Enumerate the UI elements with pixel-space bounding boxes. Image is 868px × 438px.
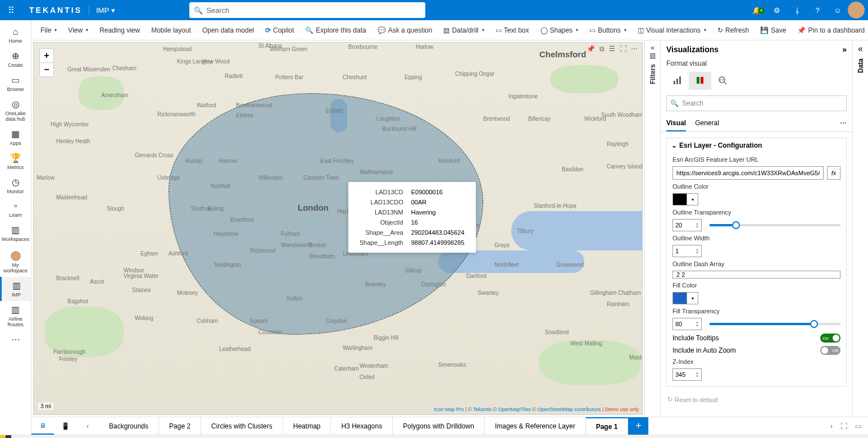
autozoom-toggle[interactable]: Off [820,346,840,355]
ribbon-save[interactable]: 💾Save [756,24,790,36]
ribbon-reading-view[interactable]: Reading view [95,24,144,36]
ribbon-text-box[interactable]: ▭Text box [491,24,534,36]
ribbon-explore[interactable]: 🔍Explore this data [301,24,370,36]
desktop-layout-icon[interactable]: 🖥 [31,417,54,435]
page-tab[interactable]: Heatmap [283,417,331,435]
user-avatar[interactable] [848,2,865,19]
nav-metrics[interactable]: 🏆Metrics [0,149,31,174]
nav-more[interactable]: ⋯ [0,331,31,348]
ribbon-data-drill[interactable]: ▤Data/drill [439,24,488,36]
collapse-icon[interactable]: » [842,45,847,54]
svg-rect-4 [701,77,703,84]
reset-to-default[interactable]: Reset to default [661,393,852,407]
section-header[interactable]: ⌄Esri Layer - Configuration [667,138,846,153]
attribution-omt[interactable]: OpenMapTiles [498,407,531,412]
page-tab[interactable]: Page 1 [586,417,629,435]
ribbon-open-data-model[interactable]: Open data model [198,24,258,36]
tab-general[interactable]: General [695,116,719,131]
page-tab[interactable]: H3 Hexagons [331,417,393,435]
attribution-osm[interactable]: OpenStreetMap contributors [538,407,601,412]
fill-color-swatch[interactable]: ▾ [672,292,698,304]
add-page-button[interactable]: + [628,417,648,435]
global-search[interactable]: 🔍 Search [189,2,425,18]
notifications-icon[interactable]: 🔔4 [747,6,767,15]
attribution-tekantis[interactable]: Tekantis [473,407,492,412]
nav-learn[interactable]: ▫Learn [0,198,31,221]
ribbon-copilot[interactable]: ⟳Copilot [261,24,298,36]
nav-IMP-report[interactable]: ▥IMP [0,277,31,301]
mobile-layout-icon[interactable]: 📱 [54,417,76,435]
ribbon-refresh[interactable]: ↻Refresh [713,24,753,36]
outline-transparency-slider[interactable] [710,224,840,226]
ribbon-file[interactable]: File [36,24,61,36]
nav-workspaces[interactable]: ▥Workspaces [0,221,31,245]
feedback-icon[interactable]: ☺ [828,6,848,15]
ribbon-pin[interactable]: 📌Pin to a dashboard [793,24,868,36]
outline-color-swatch[interactable]: ▾ [672,193,698,206]
full-screen-icon[interactable]: ▭ [855,422,861,430]
url-input[interactable] [672,166,824,180]
zoom-out-button[interactable]: − [40,63,53,76]
attribution-iconmap[interactable]: Icon Map Pro [434,407,464,412]
ribbon-buttons[interactable]: ▭Buttons [585,24,631,36]
chevron-down-icon[interactable]: ▾ [687,194,698,205]
zindex-input[interactable]: 345▲▼ [672,368,702,381]
format-search[interactable]: 🔍 Search [666,95,847,111]
nav-home[interactable]: ⌂Home [0,24,31,47]
build-visual-icon[interactable] [666,72,689,90]
settings-icon[interactable]: ⚙ [767,6,787,15]
tooltips-toggle[interactable]: On [820,334,840,343]
outline-transparency-input[interactable]: 20▲▼ [672,219,702,231]
filter-visual-icon[interactable]: ☰ [609,45,615,53]
chevron-down-icon[interactable]: ▾ [687,293,698,304]
app-launcher-icon[interactable]: ⠿ [0,5,22,16]
prev-page-icon[interactable]: ‹ [76,417,99,435]
map-scale: 3 mi [38,403,53,410]
expand-icon[interactable]: « [651,44,655,52]
outline-width-input[interactable]: 1▲▼ [672,245,702,257]
tab-visual[interactable]: Visual [666,116,686,131]
nav-airline-routes[interactable]: ▥Airline Routes [0,301,31,331]
fill-transparency-slider[interactable] [710,323,840,325]
expand-icon[interactable]: « [858,44,863,54]
nav-monitor[interactable]: ◷Monitor [0,174,31,198]
copy-visual-icon[interactable]: ⧉ [599,45,605,53]
tab-more-icon[interactable]: ⋯ [840,116,847,131]
page-tab[interactable]: Images & Reference Layer [485,417,586,435]
map-visual[interactable]: 📌 ⧉ ☰ ⛶ ⋯ London [33,42,643,415]
more-options-icon[interactable]: ⋯ [631,45,638,53]
map-water [511,211,643,250]
ribbon-view[interactable]: View [63,24,93,36]
tooltip-row: LAD13CDO00AR [356,198,468,207]
fit-page-icon[interactable]: ⛶ [840,422,847,430]
pin-visual-icon[interactable]: 📌 [587,45,595,53]
tooltip-row: Shape__Length98807.4149998285 [356,238,468,247]
data-pane-collapsed[interactable]: « Data [852,40,868,417]
fx-button[interactable]: fx [827,166,840,180]
ribbon-visual-interactions[interactable]: ◫Visual interactions [633,24,711,36]
zoom-in-button[interactable]: + [40,49,53,63]
page-tab[interactable]: Backgrounds [99,417,159,435]
download-icon[interactable]: ⭳ [787,6,807,15]
zindex-label: Z-Index [672,358,840,365]
format-visual-icon[interactable] [689,72,711,90]
outline-dash-input[interactable] [672,271,840,279]
ribbon-mobile-layout[interactable]: Mobile layout [147,24,196,36]
filters-pane-collapsed[interactable]: « ▥ Filters [644,40,660,417]
focus-mode-icon[interactable]: ⛶ [620,45,626,53]
nav-browse[interactable]: ▭Browse [0,71,31,95]
page-tab[interactable]: Circles with Clusters [201,417,283,435]
nav-my-workspace[interactable]: My workspace [0,248,31,277]
next-page-icon[interactable]: › [830,422,833,430]
nav-create[interactable]: ⊕Create [0,47,31,71]
fill-transparency-input[interactable]: 80▲▼ [672,318,702,330]
page-tab[interactable]: Polygons with Drilldown [393,417,485,435]
page-tab[interactable]: Page 2 [159,417,201,435]
workspace-selector[interactable]: IMP ▾ [89,6,122,15]
help-icon[interactable]: ? [807,6,828,15]
nav-apps[interactable]: ▦Apps [0,125,31,149]
analytics-icon[interactable] [711,72,734,90]
nav-onelake[interactable]: ◎OneLake data hub [0,95,31,125]
ribbon-ask[interactable]: 💬Ask a question [373,24,437,36]
ribbon-shapes[interactable]: ◯Shapes [536,24,583,36]
